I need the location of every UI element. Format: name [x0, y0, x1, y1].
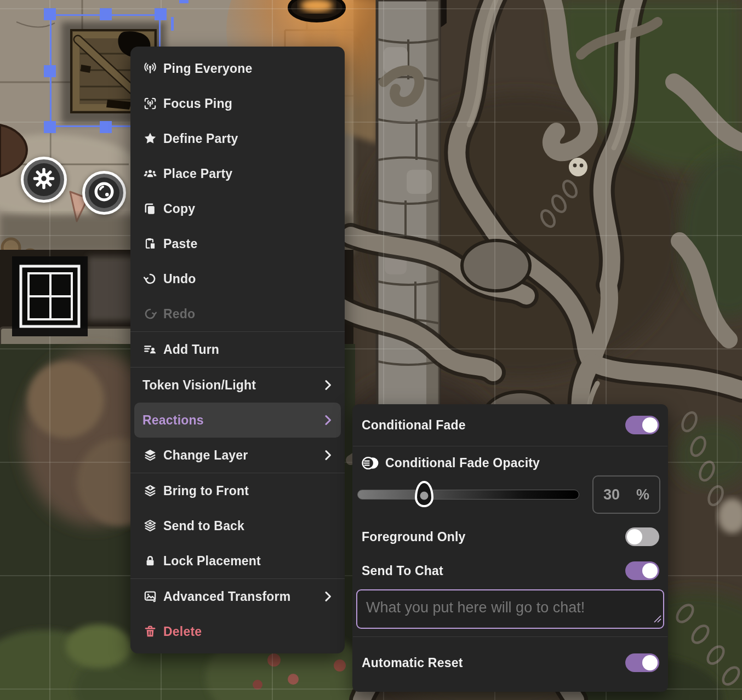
selection-handle[interactable]: [100, 8, 112, 20]
gear-icon: [32, 167, 56, 193]
opacity-slider[interactable]: [357, 481, 579, 508]
opacity-value-field[interactable]: 30 %: [592, 475, 660, 514]
conditional-fade-toggle[interactable]: [625, 416, 659, 434]
opacity-blend-icon: [362, 456, 380, 471]
slider-thumb[interactable]: [415, 481, 433, 507]
menu-item-token-vision-light[interactable]: Token Vision/Light: [130, 368, 345, 403]
menu-item-lock-placement[interactable]: Lock Placement: [130, 543, 345, 578]
selection-handle[interactable]: [44, 121, 56, 133]
chat-message-input[interactable]: [356, 589, 664, 629]
selection-handle[interactable]: [155, 8, 167, 20]
trash-icon: [142, 624, 158, 639]
toggle-knob: [642, 417, 658, 433]
menu-item-bring-to-front[interactable]: Bring to Front: [130, 473, 345, 508]
opacity-slider-row: 30 %: [352, 474, 668, 515]
menu-item-copy[interactable]: Copy: [130, 191, 345, 226]
opacity-label: Conditional Fade Opacity: [385, 456, 540, 471]
menu-item-label: Reactions: [142, 413, 204, 428]
vtt-canvas[interactable]: Ping Everyone Focus Ping Define Party: [0, 0, 742, 700]
resize-grip-icon[interactable]: [654, 615, 661, 625]
token-settings-button[interactable]: [21, 157, 67, 203]
lock-icon: [142, 553, 158, 569]
conditional-fade-row: Conditional Fade: [352, 404, 668, 446]
menu-item-send-to-back[interactable]: Send to Back: [130, 508, 345, 543]
slider-track[interactable]: [357, 490, 579, 500]
menu-item-label: Ping Everyone: [163, 61, 252, 76]
menu-item-label: Add Turn: [163, 342, 219, 357]
window-marker[interactable]: [12, 256, 88, 336]
selection-handle[interactable]: [44, 8, 56, 20]
chevron-right-icon: [321, 413, 335, 427]
automatic-reset-toggle[interactable]: [625, 653, 659, 672]
undo-icon: [142, 271, 158, 286]
layers-icon: [142, 447, 158, 463]
foreground-only-row: Foreground Only: [352, 520, 668, 554]
rotate-handle-stem: [171, 17, 174, 31]
menu-item-undo[interactable]: Undo: [130, 261, 345, 296]
image-icon: [142, 589, 158, 604]
send-to-chat-row: Send To Chat: [352, 554, 668, 588]
chevron-right-icon: [321, 589, 335, 604]
automatic-reset-label: Automatic Reset: [362, 656, 463, 670]
panel-divider: [353, 446, 667, 446]
menu-item-label: Change Layer: [163, 448, 248, 463]
menu-item-define-party[interactable]: Define Party: [130, 121, 345, 156]
bring-front-icon: [142, 483, 158, 498]
conditional-fade-label: Conditional Fade: [362, 418, 466, 433]
star-icon: [142, 131, 158, 146]
menu-item-label: Advanced Transform: [163, 589, 290, 604]
menu-item-label: Redo: [163, 307, 195, 322]
chevron-right-icon: [321, 378, 335, 392]
menu-item-add-turn[interactable]: Add Turn: [130, 332, 345, 367]
menu-item-label: Focus Ping: [163, 96, 232, 111]
menu-item-paste[interactable]: Paste: [130, 226, 345, 261]
menu-item-label: Bring to Front: [163, 484, 249, 498]
chevron-right-icon: [321, 448, 335, 462]
toggle-knob: [642, 655, 658, 670]
selection-handle[interactable]: [100, 121, 112, 133]
reactions-submenu-panel: Conditional Fade Conditional Fade Opacit…: [352, 404, 668, 692]
send-back-icon: [142, 518, 158, 533]
toggle-knob: [627, 529, 642, 544]
menu-item-label: Place Party: [163, 167, 232, 181]
rotate-handle[interactable]: [179, 0, 189, 3]
foreground-only-toggle[interactable]: [625, 527, 659, 546]
menu-item-advanced-transform[interactable]: Advanced Transform: [130, 579, 345, 614]
add-turn-icon: [142, 342, 158, 357]
menu-item-label: Token Vision/Light: [142, 378, 256, 393]
selection-handle[interactable]: [44, 65, 56, 77]
automatic-reset-row: Automatic Reset: [352, 637, 668, 688]
menu-item-label: Undo: [163, 272, 196, 286]
foreground-only-label: Foreground Only: [362, 530, 466, 544]
token-context-menu: Ping Everyone Focus Ping Define Party: [130, 47, 345, 653]
toggle-knob: [642, 563, 658, 578]
menu-item-label: Delete: [163, 624, 202, 639]
menu-item-ping-everyone[interactable]: Ping Everyone: [130, 51, 345, 86]
camera-lens-icon: [92, 179, 117, 206]
paste-icon: [142, 236, 158, 251]
menu-item-delete[interactable]: Delete: [130, 614, 345, 649]
menu-item-place-party[interactable]: Place Party: [130, 156, 345, 191]
menu-item-redo[interactable]: Redo: [130, 296, 345, 331]
token-reaction-button[interactable]: [82, 171, 126, 215]
menu-item-label: Define Party: [163, 131, 238, 146]
menu-item-label: Paste: [163, 237, 197, 251]
broadcast-icon: [142, 61, 158, 76]
menu-item-label: Lock Placement: [163, 554, 261, 569]
focus-ping-icon: [142, 96, 158, 111]
opacity-label-row: Conditional Fade Opacity: [352, 452, 668, 474]
send-to-chat-label: Send To Chat: [362, 564, 443, 578]
menu-item-reactions[interactable]: Reactions: [134, 403, 341, 438]
redo-icon: [142, 306, 158, 322]
menu-item-label: Send to Back: [163, 519, 244, 533]
send-to-chat-toggle[interactable]: [625, 561, 659, 580]
menu-item-change-layer[interactable]: Change Layer: [130, 438, 345, 473]
menu-item-focus-ping[interactable]: Focus Ping: [130, 86, 345, 121]
opacity-value: 30: [603, 486, 620, 503]
copy-icon: [142, 201, 158, 216]
menu-item-label: Copy: [163, 202, 195, 216]
opacity-unit: %: [636, 486, 649, 503]
party-icon: [142, 166, 158, 181]
